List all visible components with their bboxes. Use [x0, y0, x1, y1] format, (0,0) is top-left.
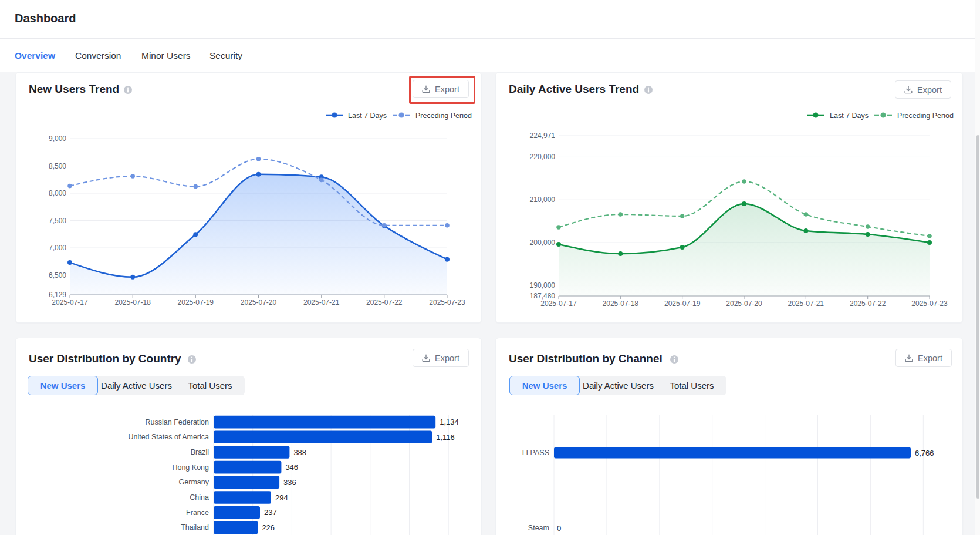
svg-text:Brazil: Brazil — [191, 448, 209, 456]
svg-text:Steam: Steam — [528, 524, 549, 532]
svg-text:1,116: 1,116 — [436, 433, 455, 442]
svg-text:Preceding Period: Preceding Period — [415, 112, 472, 120]
svg-text:Hong Kong: Hong Kong — [172, 463, 209, 472]
svg-text:1,134: 1,134 — [440, 418, 459, 426]
svg-text:237: 237 — [264, 508, 277, 517]
svg-text:Russian Federation: Russian Federation — [146, 418, 209, 426]
svg-text:Preceding Period: Preceding Period — [897, 112, 954, 120]
svg-text:Last 7 Days: Last 7 Days — [348, 112, 387, 120]
svg-text:6,766: 6,766 — [915, 449, 934, 457]
svg-text:Thailand: Thailand — [181, 523, 209, 531]
svg-text:226: 226 — [262, 523, 275, 532]
svg-text:Germany: Germany — [179, 478, 209, 486]
svg-text:China: China — [190, 493, 209, 502]
svg-text:388: 388 — [293, 448, 306, 457]
svg-text:294: 294 — [275, 493, 288, 502]
svg-text:LI PASS: LI PASS — [522, 449, 549, 457]
svg-text:Last 7 Days: Last 7 Days — [830, 112, 869, 120]
svg-text:336: 336 — [283, 478, 296, 487]
svg-text:United States of America: United States of America — [128, 433, 209, 441]
svg-text:346: 346 — [285, 463, 298, 472]
svg-text:0: 0 — [557, 524, 561, 533]
svg-text:France: France — [186, 509, 209, 517]
